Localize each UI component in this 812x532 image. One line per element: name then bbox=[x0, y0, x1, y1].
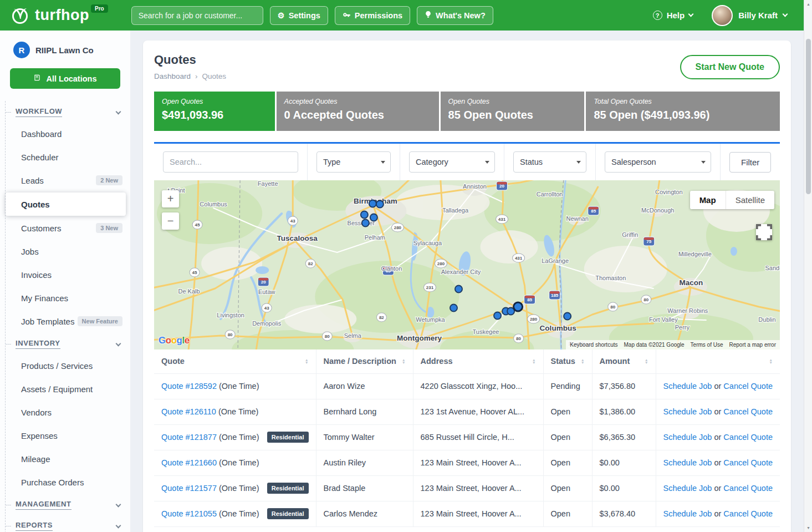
start-new-quote-button[interactable]: Start New Quote bbox=[680, 55, 780, 79]
sidebar-item-purchase-orders[interactable]: Purchase Orders bbox=[6, 470, 130, 494]
schedule-job-link[interactable]: Schedule Job bbox=[663, 509, 712, 518]
col-actions[interactable]: ▲▼ bbox=[656, 349, 780, 373]
sidebar-item-mileage[interactable]: Mileage bbox=[6, 447, 130, 470]
sidebar-item-quotes[interactable]: Quotes bbox=[6, 192, 126, 216]
schedule-job-link[interactable]: Schedule Job bbox=[663, 433, 712, 442]
map-canvas: 4543822045438080280280231826520431431851… bbox=[154, 180, 780, 349]
scrollbar-thumb[interactable] bbox=[806, 39, 811, 194]
schedule-job-link[interactable]: Schedule Job bbox=[663, 382, 712, 391]
quotes-search-input[interactable] bbox=[163, 151, 298, 173]
cancel-quote-link[interactable]: Cancel Quote bbox=[723, 433, 773, 442]
sidebar-item-invoices[interactable]: Invoices bbox=[6, 263, 130, 286]
city-label: Tuscaloosa bbox=[277, 234, 318, 242]
sidebar-item-dashboard[interactable]: Dashboard bbox=[6, 122, 130, 145]
global-search-input[interactable] bbox=[131, 6, 263, 25]
sidebar-item-leads[interactable]: Leads2 New bbox=[6, 169, 130, 192]
section-reports[interactable]: Reports bbox=[6, 515, 130, 532]
route-shield: 80 bbox=[644, 297, 648, 302]
category-select[interactable]: Category bbox=[409, 151, 495, 173]
help-menu[interactable]: ? Help bbox=[653, 11, 693, 20]
fullscreen-button[interactable] bbox=[756, 224, 772, 240]
brand-name: turfhop bbox=[35, 3, 89, 27]
sidebar-item-assets-equipment[interactable]: Assets / Equipment bbox=[6, 377, 130, 401]
cancel-quote-link[interactable]: Cancel Quote bbox=[723, 458, 773, 467]
scroll-down-icon[interactable]: ▼ bbox=[804, 524, 812, 532]
quote-map-marker[interactable] bbox=[450, 305, 457, 312]
cancel-quote-link[interactable]: Cancel Quote bbox=[723, 382, 773, 391]
quote-map-marker[interactable] bbox=[376, 201, 384, 208]
cancel-quote-link[interactable]: Cancel Quote bbox=[723, 509, 773, 518]
quote-map-marker[interactable] bbox=[455, 286, 462, 293]
city-label: Fort Valley bbox=[649, 316, 678, 323]
quote-map-marker[interactable] bbox=[370, 214, 377, 221]
sidebar-item-products-services[interactable]: Products / Services bbox=[6, 354, 130, 377]
city-label: Talladega bbox=[442, 207, 469, 214]
col-address[interactable]: Address▲▼ bbox=[413, 349, 543, 373]
keyboard-shortcuts-link[interactable]: Keyboard shortcuts bbox=[570, 342, 617, 348]
quote-link[interactable]: Quote #121577 bbox=[161, 484, 217, 493]
address: 123 Main Street, Hoover A... bbox=[413, 475, 543, 501]
quote-map-marker[interactable] bbox=[361, 211, 368, 219]
company-name: RIIPL Lawn Co bbox=[35, 45, 94, 55]
satellite-view-button[interactable]: Satellite bbox=[726, 191, 774, 209]
sidebar-item-customers[interactable]: Customers3 New bbox=[6, 216, 130, 240]
stat-open-quotes-value: Open Quotes $491,093.96 bbox=[154, 92, 275, 131]
zoom-in-button[interactable]: + bbox=[162, 190, 179, 207]
quote-link[interactable]: Quote #128592 bbox=[161, 382, 217, 391]
whats-new-button[interactable]: What's New? bbox=[417, 6, 493, 25]
col-quote[interactable]: Quote▲▼ bbox=[154, 349, 316, 373]
amount: $1,386.00 bbox=[592, 399, 656, 424]
google-logo[interactable]: Google bbox=[159, 335, 190, 346]
address: 123 1st Avenue, Hoover AL... bbox=[413, 399, 543, 424]
schedule-job-link[interactable]: Schedule Job bbox=[663, 407, 712, 416]
map-view-button[interactable]: Map bbox=[690, 191, 726, 209]
terms-of-use-link[interactable]: Terms of Use bbox=[691, 342, 723, 348]
user-menu[interactable]: Billy Kraft bbox=[712, 5, 787, 26]
quotes-map[interactable]: 4543822045438080280280231826520431431851… bbox=[154, 180, 780, 349]
customer-name: Brad Staple bbox=[316, 475, 413, 501]
section-workflow[interactable]: Workflow bbox=[6, 101, 130, 122]
scroll-up-icon[interactable]: ▲ bbox=[804, 0, 812, 8]
sidebar-item-vendors[interactable]: Vendors bbox=[6, 401, 130, 424]
quote-map-marker[interactable] bbox=[494, 312, 501, 320]
map-attribution: Keyboard shortcuts Map data ©2021 Google… bbox=[566, 340, 780, 349]
quote-map-marker[interactable] bbox=[369, 200, 376, 207]
all-locations-button[interactable]: All Locations bbox=[10, 68, 120, 89]
schedule-job-link[interactable]: Schedule Job bbox=[663, 484, 712, 493]
brand[interactable]: turfhop Pro bbox=[9, 3, 108, 28]
company-switcher[interactable]: R RIIPL Lawn Co bbox=[0, 31, 130, 62]
col-name[interactable]: Name / Description▲▼ bbox=[316, 349, 413, 373]
quote-map-marker[interactable] bbox=[564, 313, 571, 320]
sidebar-item-job-templates[interactable]: Job TemplatesNew Feature bbox=[6, 310, 130, 333]
sidebar-item-scheduler[interactable]: Scheduler bbox=[6, 145, 130, 169]
permissions-button[interactable]: Permissions bbox=[335, 6, 410, 25]
sidebar-item-jobs[interactable]: Jobs bbox=[6, 240, 130, 263]
report-map-error-link[interactable]: Report a map error bbox=[729, 342, 776, 348]
section-management[interactable]: Management bbox=[6, 494, 130, 515]
schedule-job-link[interactable]: Schedule Job bbox=[663, 458, 712, 467]
filter-button[interactable]: Filter bbox=[729, 152, 771, 173]
route-shield: 20 bbox=[261, 280, 266, 285]
salesperson-select[interactable]: Salesperson bbox=[605, 151, 711, 173]
quote-link[interactable]: Quote #121660 bbox=[161, 458, 217, 467]
breadcrumb-dashboard[interactable]: Dashboard bbox=[154, 72, 191, 80]
zoom-out-button[interactable]: − bbox=[162, 212, 179, 230]
quote-map-marker[interactable] bbox=[514, 302, 523, 311]
quote-link[interactable]: Quote #121877 bbox=[161, 433, 217, 442]
sidebar-item-expenses[interactable]: Expenses bbox=[6, 424, 130, 447]
quote-link[interactable]: Quote #126110 bbox=[161, 407, 216, 416]
cancel-quote-link[interactable]: Cancel Quote bbox=[723, 484, 773, 493]
cancel-quote-link[interactable]: Cancel Quote bbox=[723, 407, 773, 416]
section-inventory[interactable]: Inventory bbox=[6, 333, 130, 354]
key-icon bbox=[343, 11, 351, 21]
quotes-panel: Type Category Status Salesperson Filter bbox=[154, 142, 780, 527]
quote-link[interactable]: Quote #121055 bbox=[161, 509, 217, 518]
page-scrollbar[interactable]: ▲ ▼ bbox=[804, 0, 812, 532]
col-amount[interactable]: Amount▲▼ bbox=[592, 349, 656, 373]
type-select[interactable]: Type bbox=[316, 151, 391, 173]
quote-map-marker[interactable] bbox=[362, 220, 369, 227]
sidebar-item-my-finances[interactable]: My Finances bbox=[6, 286, 130, 310]
settings-button[interactable]: ⚙ Settings bbox=[270, 6, 328, 25]
col-status[interactable]: Status▲▼ bbox=[543, 349, 592, 373]
status-select[interactable]: Status bbox=[513, 151, 586, 173]
